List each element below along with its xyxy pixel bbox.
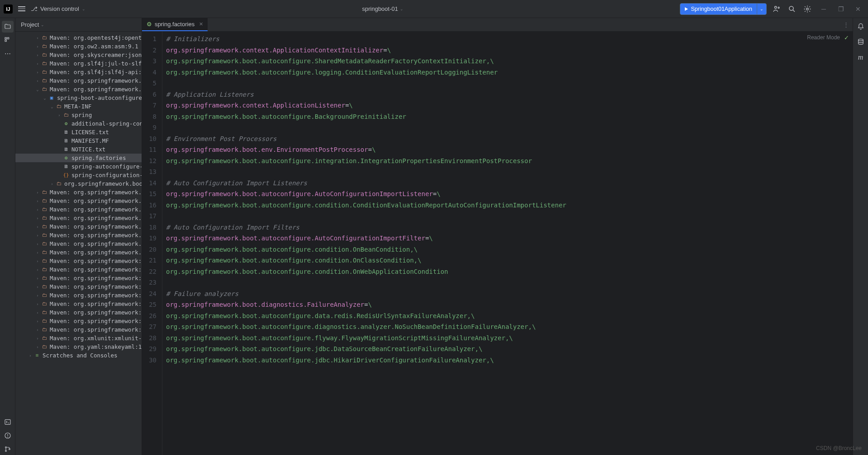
code-line[interactable]: org.springframework.boot.autoconfigure.j… xyxy=(166,355,853,366)
tree-item[interactable]: ⚙spring.factories xyxy=(15,154,142,162)
code-line[interactable]: org.springframework.boot.autoconfigure.i… xyxy=(166,155,853,167)
tree-item[interactable]: ›🗀Maven: org.springframework:spring-aop:… xyxy=(15,257,142,265)
code-line[interactable]: org.springframework.context.ApplicationC… xyxy=(166,45,853,56)
code-line[interactable]: # Initializers xyxy=(166,33,853,45)
search-icon[interactable] xyxy=(787,4,797,14)
run-config-button[interactable]: Springboot01Application ⌄ xyxy=(680,3,767,15)
code-line[interactable]: org.springframework.boot.autoconfigure.j… xyxy=(166,343,853,355)
code-line[interactable]: org.springframework.boot.autoconfigure.d… xyxy=(166,321,853,333)
tree-item[interactable]: ›🗀Maven: org.yaml:snakeyaml:1.30 xyxy=(15,342,142,351)
tree-item[interactable]: ›🗀Maven: org.opentest4j:opentest4j:1.2.0 xyxy=(15,33,142,42)
tab-menu-icon[interactable]: ⋮ xyxy=(839,18,853,31)
tree-item[interactable]: ›🗀Maven: org.springframework:spring-core… xyxy=(15,282,142,291)
tree-item[interactable]: ›🗀Maven: org.springframework.boot:spring… xyxy=(15,231,142,239)
notifications-icon[interactable] xyxy=(855,21,867,33)
code-line[interactable]: org.springframework.boot.autoconfigure.S… xyxy=(166,56,853,67)
tree-item[interactable]: ›🗀Maven: org.slf4j:slf4j-api:1.7.36 xyxy=(15,68,142,76)
tab-spring-factories[interactable]: ⚙ spring.factories ✕ xyxy=(142,18,208,31)
terminal-tool-icon[interactable] xyxy=(2,416,14,428)
code-line[interactable]: # Auto Configuration Import Filters xyxy=(166,222,853,233)
code-line[interactable] xyxy=(166,78,853,89)
code-line[interactable]: # Application Listeners xyxy=(166,89,853,100)
tree-item[interactable]: ›🗀Maven: org.springframework.boot:spring… xyxy=(15,76,142,85)
code-line[interactable] xyxy=(166,211,853,222)
tree-item[interactable]: ›🗀Maven: org.xmlunit:xmlunit-core:2.9.0 xyxy=(15,334,142,342)
run-config-dropdown[interactable]: ⌄ xyxy=(757,4,766,14)
tree-item[interactable]: ›🗀Maven: org.springframework:spring-jcl:… xyxy=(15,300,142,308)
project-tool-icon[interactable] xyxy=(2,21,14,33)
code-line[interactable]: org.springframework.boot.autoconfigure.l… xyxy=(166,67,853,78)
code-line[interactable]: org.springframework.boot.autoconfigure.B… xyxy=(166,111,853,122)
tree-item[interactable]: {}spring-configuration-metadata.js xyxy=(15,171,142,179)
code-line[interactable]: org.springframework.boot.env.Environment… xyxy=(166,144,853,155)
tree-item[interactable]: 🗎LICENSE.txt xyxy=(15,128,142,136)
tree-item[interactable]: ›🗀Maven: org.springframework.boot:spring… xyxy=(15,205,142,214)
minimize-button[interactable]: ─ xyxy=(817,3,830,15)
tree-item[interactable]: ⚙additional-spring-configuration- xyxy=(15,119,142,128)
problems-tool-icon[interactable] xyxy=(2,430,14,441)
tree-item[interactable]: ›🗀Maven: org.springframework:spring-expr… xyxy=(15,291,142,300)
code-line[interactable] xyxy=(166,166,853,178)
tree-item[interactable]: ›🗀Maven: org.springframework.boot:spring… xyxy=(15,239,142,248)
maximize-button[interactable]: ❐ xyxy=(835,3,847,15)
chevron-icon: › xyxy=(56,113,62,117)
sidebar-header[interactable]: Project ⌄ xyxy=(15,18,142,32)
tree-item[interactable]: 🗎MANIFEST.MF xyxy=(15,136,142,145)
tree-item[interactable]: ›🗀Maven: org.springframework:spring-webm… xyxy=(15,325,142,334)
maven-icon[interactable]: m xyxy=(855,52,867,63)
code-editor[interactable]: # Initializersorg.springframework.contex… xyxy=(162,32,853,455)
version-control-dropdown[interactable]: ⎇ Version control ⌄ xyxy=(31,5,85,12)
tree-item[interactable]: 🗎NOTICE.txt xyxy=(15,145,142,154)
tree-item[interactable]: ›🗀Maven: org.springframework:spring-cont… xyxy=(15,274,142,282)
main-menu-button[interactable] xyxy=(18,6,25,11)
code-line[interactable]: org.springframework.boot.autoconfigure.c… xyxy=(166,255,853,266)
tree-item[interactable]: ⌄🗀META-INF xyxy=(15,102,142,111)
project-tree[interactable]: ›🗀Maven: org.opentest4j:opentest4j:1.2.0… xyxy=(15,32,142,455)
more-tool-icon[interactable]: ⋯ xyxy=(2,48,14,60)
tree-item[interactable]: ⌄▣spring-boot-autoconfigure-2.7.3.jar l xyxy=(15,94,142,102)
code-line[interactable]: # Auto Configuration Import Listeners xyxy=(166,178,853,189)
tree-item[interactable]: ›🗀Maven: org.springframework:spring-web:… xyxy=(15,317,142,325)
close-icon[interactable]: ✕ xyxy=(199,21,203,27)
code-line[interactable] xyxy=(166,122,853,133)
chevron-icon: › xyxy=(34,319,41,324)
check-icon[interactable]: ✓ xyxy=(844,34,849,41)
tree-item[interactable]: ›🗀Maven: org.skyscreamer:jsonassert:1.5.… xyxy=(15,51,142,59)
code-line[interactable]: # Environment Post Processors xyxy=(166,133,853,145)
tree-item[interactable]: ⌄🗀Maven: org.springframework.boot:spring… xyxy=(15,85,142,94)
database-icon[interactable] xyxy=(855,36,867,48)
code-line[interactable]: org.springframework.boot.autoconfigure.c… xyxy=(166,244,853,255)
code-line[interactable]: org.springframework.boot.autoconfigure.c… xyxy=(166,200,853,211)
chevron-icon: › xyxy=(34,216,41,220)
code-line[interactable]: org.springframework.boot.autoconfigure.A… xyxy=(166,233,853,244)
tree-item[interactable]: ›🗀Maven: org.ow2.asm:asm:9.1 xyxy=(15,42,142,51)
structure-tool-icon[interactable] xyxy=(2,34,14,46)
tree-item[interactable]: ›🗀Maven: org.springframework:spring-bean… xyxy=(15,265,142,274)
settings-icon[interactable] xyxy=(802,4,813,14)
code-with-me-icon[interactable] xyxy=(771,4,782,14)
code-line[interactable]: org.springframework.boot.autoconfigure.d… xyxy=(166,310,853,322)
tree-item[interactable]: ›≡Scratches and Consoles xyxy=(15,351,142,360)
tree-item[interactable]: ›🗀org.springframework.boot.autoconfig xyxy=(15,179,142,188)
tree-item[interactable]: ›🗀Maven: org.springframework:spring-test… xyxy=(15,308,142,317)
code-line[interactable]: org.springframework.context.ApplicationL… xyxy=(166,100,853,111)
code-line[interactable]: org.springframework.boot.diagnostics.Fai… xyxy=(166,299,853,310)
tree-item[interactable]: ›🗀Maven: org.springframework.boot:spring… xyxy=(15,197,142,205)
close-button[interactable]: ✕ xyxy=(852,3,864,15)
code-line[interactable]: org.springframework.boot.autoconfigure.f… xyxy=(166,333,853,344)
tree-item[interactable]: ›🗀Maven: org.springframework.boot:spring… xyxy=(15,222,142,231)
reader-mode-label[interactable]: Reader Mode xyxy=(807,34,840,41)
code-line[interactable] xyxy=(166,277,853,288)
tree-item[interactable]: ›🗀spring xyxy=(15,111,142,119)
tree-label: Maven: org.springframework:spring-test:5 xyxy=(50,309,142,316)
tree-item[interactable]: ›🗀Maven: org.springframework.boot:spring… xyxy=(15,188,142,197)
code-line[interactable]: org.springframework.boot.autoconfigure.A… xyxy=(166,188,853,200)
project-selector[interactable]: springboot-01 ⌄ xyxy=(85,5,680,12)
git-tool-icon[interactable] xyxy=(2,443,14,455)
tree-item[interactable]: ›🗀Maven: org.springframework.boot:spring… xyxy=(15,248,142,257)
code-line[interactable]: # Failure analyzers xyxy=(166,288,853,300)
tree-item[interactable]: 🗎spring-autoconfigure-metadata.pr xyxy=(15,162,142,171)
tree-item[interactable]: ›🗀Maven: org.slf4j:jul-to-slf4j:1.7.36 xyxy=(15,59,142,68)
tree-item[interactable]: ›🗀Maven: org.springframework.boot:spring… xyxy=(15,214,142,222)
code-line[interactable]: org.springframework.boot.autoconfigure.c… xyxy=(166,266,853,277)
